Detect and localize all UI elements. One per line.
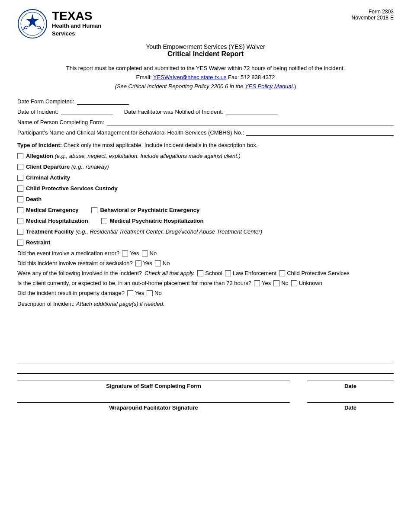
date-incident-row: Date of Incident: Date Facilitator was N… <box>17 108 394 115</box>
property-damage-no-checkbox[interactable] <box>147 290 153 296</box>
incident-type-allegation: Allegation (e.g., abuse, neglect, exploi… <box>17 153 394 159</box>
date-of-incident-input[interactable] <box>61 108 113 115</box>
org-name-texas: TEXAS <box>52 10 101 22</box>
incident-type-row-medical: Medical Emergency Behavioral or Psychiat… <box>17 207 394 213</box>
intro-email-link[interactable]: YESWaiver@hhsc.state.tx.us <box>153 74 227 80</box>
incident-type-cps-custody: Child Protective Services Custody <box>17 185 394 192</box>
staff-signature-row: Signature of Staff Completing Form Date <box>17 381 394 389</box>
involved-parties-text: Were any of the following involved in th… <box>17 270 142 276</box>
signature-section: Signature of Staff Completing Form Date … <box>17 373 394 411</box>
signature-divider-top <box>17 373 394 374</box>
incident-type-restraint: Restraint <box>17 239 394 246</box>
name-completing-label: Name of Person Completing Form: <box>17 119 104 125</box>
cps-custody-checkbox[interactable] <box>17 186 23 192</box>
yes-policy-manual-link[interactable]: YES Policy Manual <box>245 83 293 90</box>
out-of-home-no-label: No <box>281 280 289 286</box>
intro-line3-post: .) <box>292 83 296 90</box>
out-of-home-no-checkbox[interactable] <box>273 280 279 286</box>
medication-error-yes-checkbox[interactable] <box>122 250 128 256</box>
medical-hosp-label: Medical Hospitalization <box>26 218 88 224</box>
out-of-home-yes-checkbox[interactable] <box>254 280 260 286</box>
intro-line2: Email: YESWaiver@hhsc.state.tx.us Fax: 5… <box>17 73 394 82</box>
out-of-home-yes-label: Yes <box>262 280 271 286</box>
medical-hosp-item: Medical Hospitalization <box>17 218 88 224</box>
facilitator-sig-label: Wraparound Facilitator Signature <box>17 404 290 411</box>
date-form-completed-label: Date Form Completed: <box>17 98 74 105</box>
treatment-facility-checkbox[interactable] <box>17 229 23 235</box>
restraint-seclusion-yes-checkbox[interactable] <box>135 260 141 266</box>
death-checkbox[interactable] <box>17 196 23 202</box>
date-facilitator-label: Date Facilitator was Notified of Inciden… <box>124 109 223 115</box>
cps-checkbox[interactable] <box>279 270 285 276</box>
page-header: TEXAS Health and Human Services Form 280… <box>17 9 394 39</box>
restraint-seclusion-no-checkbox[interactable] <box>155 260 161 266</box>
staff-sig-block: Signature of Staff Completing Form <box>17 381 290 389</box>
out-of-home-no-group: No <box>273 280 289 286</box>
medical-emergency-label: Medical Emergency <box>26 207 78 213</box>
criminal-activity-label: Criminal Activity <box>26 174 70 181</box>
svg-marker-2 <box>26 14 39 27</box>
medical-hosp-checkbox[interactable] <box>17 218 23 224</box>
participant-input[interactable] <box>246 129 394 136</box>
medical-psych-hosp-item: Medical Psychiatric Hospitalization <box>101 218 204 224</box>
medical-emergency-checkbox[interactable] <box>17 207 23 213</box>
intro-line3: (See Critical Incident Reporting Policy … <box>17 82 394 91</box>
facilitator-date-block: Date <box>307 402 394 411</box>
allegation-checkbox[interactable] <box>17 153 23 159</box>
medication-error-no-checkbox[interactable] <box>142 250 148 256</box>
out-of-home-unknown-checkbox[interactable] <box>291 280 297 286</box>
behavioral-emergency-checkbox[interactable] <box>91 207 97 213</box>
medication-error-text: Did the event involve a medication error… <box>17 250 119 256</box>
description-instruction: Attach additional page(s) if needed. <box>76 301 165 307</box>
criminal-activity-checkbox[interactable] <box>17 175 23 181</box>
restraint-seclusion-yes-label: Yes <box>143 260 152 266</box>
facilitator-sig-line <box>17 402 290 403</box>
school-checkbox[interactable] <box>197 270 203 276</box>
out-of-home-yes-group: Yes <box>254 280 271 286</box>
org-name-line2: Health and Human <box>52 22 101 30</box>
date-facilitator-input[interactable] <box>226 108 278 115</box>
description-area: Description of Incident: Attach addition… <box>17 301 394 365</box>
date-form-completed-input[interactable] <box>77 98 129 105</box>
org-name-block: TEXAS Health and Human Services <box>52 10 101 38</box>
facilitator-sig-block: Wraparound Facilitator Signature <box>17 402 290 411</box>
intro-fax: Fax: 512 838 4372 <box>226 74 275 80</box>
medication-error-row: Did the event involve a medication error… <box>17 250 394 256</box>
restraint-seclusion-no-label: No <box>163 260 170 266</box>
staff-date-line <box>307 381 394 381</box>
type-of-incident-label: Type of Incident: <box>17 142 62 148</box>
out-of-home-unknown-group: Unknown <box>291 280 322 286</box>
property-damage-row: Did the incident result in property dama… <box>17 290 394 296</box>
form-fields-section: Date Form Completed: Date of Incident: D… <box>17 98 394 136</box>
date-of-incident-label: Date of Incident: <box>17 109 58 115</box>
behavioral-emergency-label: Behavioral or Psychiatric Emergency <box>100 207 199 213</box>
law-enforcement-checkbox[interactable] <box>225 270 231 276</box>
involved-parties-row: Were any of the following involved in th… <box>17 270 394 276</box>
medication-error-yes-group: Yes <box>122 250 139 256</box>
involved-parties-instruction: Check all that apply. <box>144 270 195 276</box>
treatment-facility-label: Treatment Facility (e.g., Residential Tr… <box>26 228 262 235</box>
description-textarea[interactable] <box>17 307 394 363</box>
logo-area: TEXAS Health and Human Services <box>17 9 101 39</box>
type-of-incident-instruction: Check only the most applicable. Include … <box>64 142 258 148</box>
incident-type-criminal-activity: Criminal Activity <box>17 174 394 181</box>
death-label: Death <box>26 196 42 202</box>
staff-date-label: Date <box>307 383 394 389</box>
property-damage-yes-label: Yes <box>135 290 144 296</box>
client-departure-checkbox[interactable] <box>17 164 23 170</box>
client-departure-label: Client Departure (e.g., runaway) <box>26 163 109 170</box>
intro-email-label: Email: <box>136 74 153 80</box>
facilitator-date-line <box>307 402 394 403</box>
property-damage-yes-checkbox[interactable] <box>127 290 133 296</box>
out-of-home-text: Is the client currently, or expected to … <box>17 280 251 286</box>
restraint-seclusion-row: Did this incident involve restraint or s… <box>17 260 394 266</box>
medical-psych-hosp-checkbox[interactable] <box>101 218 107 224</box>
medical-psych-hosp-label: Medical Psychiatric Hospitalization <box>110 218 204 224</box>
participant-label: Participant's Name and Clinical Manageme… <box>17 129 244 136</box>
restraint-checkbox[interactable] <box>17 240 23 246</box>
org-name-line3: Services <box>52 30 101 38</box>
name-completing-input[interactable] <box>107 119 394 125</box>
incident-type-row-hosp: Medical Hospitalization Medical Psychiat… <box>17 218 394 224</box>
restraint-label: Restraint <box>26 239 50 246</box>
out-of-home-unknown-label: Unknown <box>299 280 322 286</box>
